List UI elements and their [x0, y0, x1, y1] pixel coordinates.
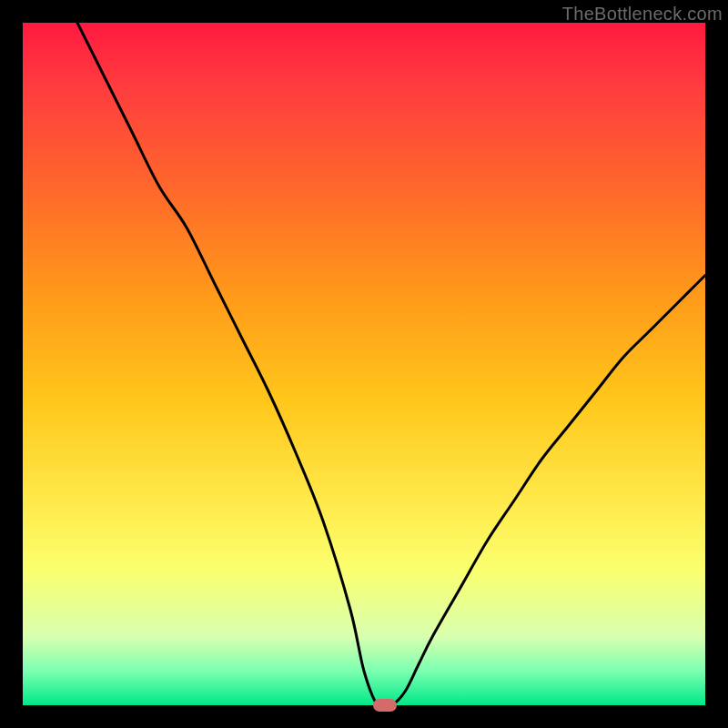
bottleneck-curve: [23, 23, 705, 705]
plot-area: [23, 23, 705, 705]
watermark-text: TheBottleneck.com: [562, 4, 723, 25]
minimum-marker: [373, 699, 397, 712]
chart-frame: TheBottleneck.com: [0, 0, 728, 728]
